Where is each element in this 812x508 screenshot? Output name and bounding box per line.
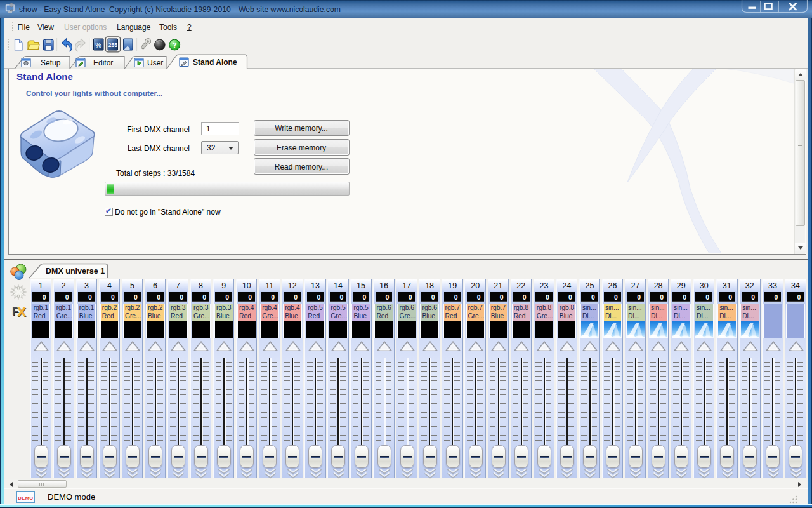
svg-text:255: 255 [108,42,117,48]
svg-text:%: % [95,41,102,49]
svg-text:?: ? [173,41,177,49]
